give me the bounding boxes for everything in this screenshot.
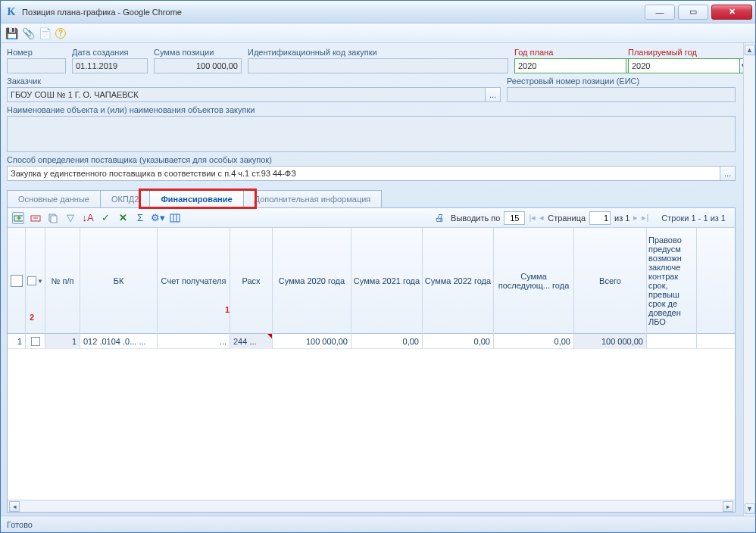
planned-year-field[interactable] xyxy=(628,58,740,73)
col-header-sum2020[interactable]: Сумма 2020 года xyxy=(273,228,351,334)
close-button[interactable]: ✕ xyxy=(711,5,752,20)
row-index-cell: 1 xyxy=(8,334,26,349)
next-page-icon[interactable]: ▸ xyxy=(633,213,638,223)
registry-field xyxy=(507,87,736,102)
cell-s2021[interactable]: 0,00 xyxy=(351,334,423,349)
cell-npp[interactable]: 1 xyxy=(45,334,80,349)
attach-icon[interactable]: 📎 xyxy=(22,27,34,39)
tab-okpd2[interactable]: ОКПД2 xyxy=(100,190,150,208)
last-page-icon[interactable]: ▸| xyxy=(642,213,648,223)
page-size-input[interactable] xyxy=(504,211,525,225)
scroll-up-icon[interactable]: ▲ xyxy=(745,45,755,55)
customer-field xyxy=(7,87,486,102)
ident-label: Идентификационный код закупки xyxy=(248,48,508,57)
annotation-mark-1: 1 xyxy=(225,305,230,314)
cell-legal[interactable] xyxy=(647,334,697,349)
excel-icon[interactable]: ✕ xyxy=(117,212,129,224)
annotation-mark-2: 2 xyxy=(30,313,34,322)
object-label: Наименование объекта и (или) наименовани… xyxy=(7,105,736,114)
remove-row-icon[interactable] xyxy=(30,212,42,224)
col-header-legal[interactable]: Правово предусм возможн заключе контрак … xyxy=(647,228,697,334)
row-checkbox[interactable] xyxy=(31,337,40,346)
number-field xyxy=(7,58,66,73)
scroll-right-icon[interactable]: ▸ xyxy=(723,501,733,512)
output-by-label: Выводить по xyxy=(451,214,500,223)
print-icon[interactable]: 🖨 xyxy=(433,212,445,224)
sum-field xyxy=(154,58,242,73)
first-page-icon[interactable]: |◂ xyxy=(529,213,536,223)
create-date-label: Дата создания xyxy=(72,48,148,57)
maximize-button[interactable]: ▭ xyxy=(678,5,708,20)
page-input[interactable] xyxy=(589,211,611,225)
cell-total[interactable]: 100 000,00 xyxy=(574,334,647,349)
log-icon[interactable]: 📄 xyxy=(39,27,51,39)
object-field xyxy=(7,116,736,152)
tab-additional[interactable]: Дополнительная информация xyxy=(243,190,383,208)
sort-asc-icon[interactable]: ✓ xyxy=(99,212,111,224)
grid-selector-icon[interactable] xyxy=(11,275,23,287)
number-label: Номер xyxy=(7,48,66,57)
scroll-down-icon[interactable]: ▼ xyxy=(745,503,755,514)
plan-year-field[interactable] xyxy=(514,58,626,73)
tab-main-data[interactable]: Основные данные xyxy=(7,190,101,208)
svg-rect-7 xyxy=(170,214,180,222)
ident-field xyxy=(248,58,508,73)
window-title: Позиция плана-графика - Google Chrome xyxy=(22,8,182,17)
prev-page-icon[interactable]: ◂ xyxy=(539,213,544,223)
copy-icon[interactable] xyxy=(47,212,59,224)
lookup-button[interactable]: ... xyxy=(720,166,736,181)
settings-icon[interactable]: ⚙▾ xyxy=(152,212,164,224)
method-label: Способ определения поставщика (указывает… xyxy=(7,155,736,164)
select-all-checkbox[interactable] xyxy=(27,276,36,285)
col-header-sumnext[interactable]: Сумма последующ... года xyxy=(494,228,574,334)
plan-year-label: Год плана xyxy=(514,48,622,57)
planned-year-label: Планируемый год xyxy=(628,48,736,57)
col-header-bk[interactable]: БК xyxy=(80,228,158,334)
registry-label: Реестровый номер позиции (ЕИС) xyxy=(507,76,736,86)
svg-rect-6 xyxy=(51,216,57,223)
page-of-label: из 1 xyxy=(614,214,629,223)
col-header-npp[interactable]: № п/п xyxy=(45,228,80,334)
columns-icon[interactable] xyxy=(169,212,181,224)
customer-label: Заказчик xyxy=(7,76,501,86)
add-row-icon[interactable] xyxy=(12,212,24,224)
tab-financing[interactable]: Финансирование xyxy=(149,190,243,208)
filter-icon[interactable]: ▽ xyxy=(64,212,77,224)
sigma-icon[interactable]: Σ xyxy=(134,212,146,224)
create-date-field xyxy=(72,58,148,73)
app-icon: K xyxy=(5,6,17,18)
scroll-left-icon[interactable]: ◂ xyxy=(9,501,20,512)
status-text: Готово xyxy=(7,520,33,529)
col-header-total[interactable]: Всего xyxy=(574,228,647,334)
col-header-sum2022[interactable]: Сумма 2022 года xyxy=(423,228,494,334)
page-label: Страница xyxy=(548,214,586,223)
cell-snext[interactable]: 0,00 xyxy=(494,334,574,349)
lookup-button[interactable]: ... xyxy=(486,87,501,102)
cell-s2022[interactable]: 0,00 xyxy=(423,334,494,349)
cell-rash[interactable]: 244 ... xyxy=(230,334,273,349)
sum-label: Сумма позиции xyxy=(154,48,242,57)
cell-account[interactable]: ... xyxy=(158,334,230,349)
rows-info: Строки 1 - 1 из 1 xyxy=(661,214,726,223)
cell-s2020[interactable]: 100 000,00 xyxy=(273,334,351,349)
vertical-scrollbar[interactable]: ▲ ▼ xyxy=(743,43,755,516)
col-header-rash[interactable]: Расх xyxy=(230,228,273,334)
horizontal-scrollbar[interactable]: ◂ ▸ xyxy=(8,500,735,512)
save-icon[interactable]: 💾 xyxy=(5,27,17,39)
method-field[interactable] xyxy=(7,166,720,181)
sort-desc-icon[interactable]: ↓A xyxy=(82,212,94,224)
col-header-account[interactable]: Счет получателя xyxy=(158,228,230,334)
col-header-sum2021[interactable]: Сумма 2021 года xyxy=(351,228,423,334)
minimize-button[interactable]: — xyxy=(645,5,675,20)
help-icon[interactable]: ? xyxy=(55,28,66,39)
cell-bk[interactable]: 012 .0104 .0... ... xyxy=(80,334,158,349)
